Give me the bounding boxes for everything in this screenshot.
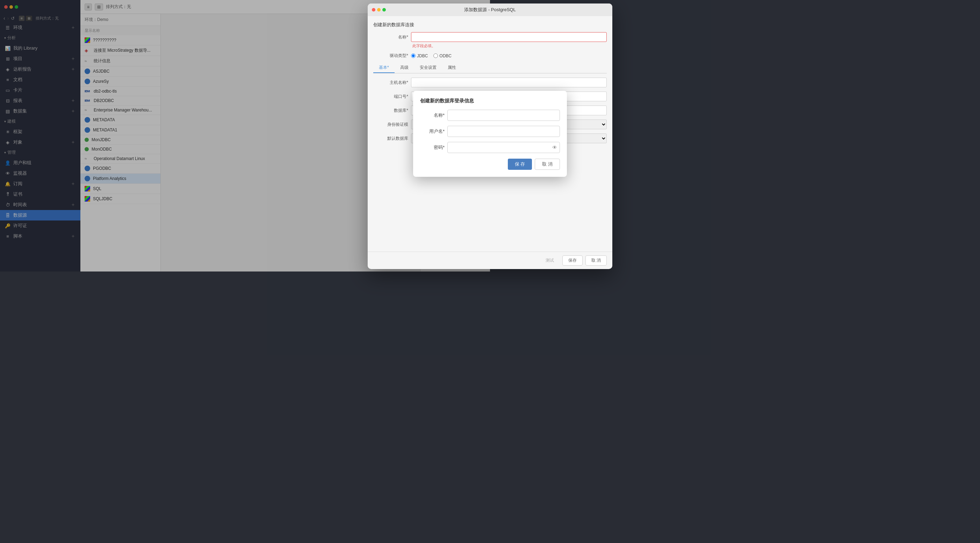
modal-section-title: 创建新的数据库连接 (373, 22, 490, 28)
modal-close[interactable] (372, 8, 375, 11)
name-error-row: 此字段必填。 (373, 43, 490, 49)
auth-label: 身份验证模 (373, 122, 408, 127)
modal-footer: 测试 保存 取 消 (368, 252, 490, 269)
name-label: 名称* (373, 34, 408, 40)
name-input[interactable] (411, 32, 490, 42)
driver-label: 驱动类型* (373, 53, 408, 59)
driver-radio-group: JDBC ODBC (411, 54, 452, 58)
tab-security[interactable]: 安全设置 (414, 63, 442, 73)
sub-username-label: 用户名* (420, 128, 445, 135)
tab-attrs[interactable]: 属性 (442, 63, 462, 73)
sub-password-label: 密码* (420, 144, 445, 151)
sub-password-row: 密码* 👁 (420, 142, 490, 153)
tab-advanced[interactable]: 高级 (395, 63, 414, 73)
host-row: 主机名称* (373, 78, 490, 87)
port-label: 端口号* (373, 94, 408, 100)
name-row: 名称* (373, 32, 490, 42)
password-wrapper: 👁 (447, 142, 490, 153)
sub-name-label: 名称* (420, 112, 445, 119)
modal-maximize[interactable] (382, 8, 386, 11)
sub-name-input[interactable] (447, 110, 490, 121)
sub-password-input[interactable] (447, 142, 490, 153)
tabs-row: 基本* 高级 安全设置 属性 (373, 63, 490, 73)
sub-modal-footer: 保 存 取 消 (420, 159, 490, 170)
host-label: 主机名称* (373, 80, 408, 86)
modal-traffic-lights (372, 8, 386, 11)
sub-username-input[interactable] (447, 126, 490, 137)
host-input[interactable] (411, 78, 490, 87)
tab-basic[interactable]: 基本* (373, 63, 395, 73)
name-error: 此字段必填。 (412, 43, 436, 49)
odbc-radio[interactable] (433, 54, 438, 58)
sub-modal: 创建新的数据库登录信息 名称* 用户名* 密码* 👁 保 存 取 消 (413, 91, 490, 177)
modal-minimize[interactable] (377, 8, 380, 11)
driver-row: 驱动类型* JDBC ODBC (373, 53, 490, 59)
jdbc-radio-label[interactable]: JDBC (411, 54, 428, 58)
sub-username-row: 用户名* (420, 126, 490, 137)
sub-modal-title: 创建新的数据库登录信息 (420, 98, 490, 104)
jdbc-radio[interactable] (411, 54, 415, 58)
odbc-radio-label[interactable]: ODBC (433, 54, 452, 58)
db-label: 数据库* (373, 108, 408, 114)
default-db-label: 默认数据库 (373, 136, 408, 141)
modal-titlebar: 添加数据源 - PostgreSQL (368, 3, 490, 16)
modal-title: 添加数据源 - PostgreSQL (464, 6, 490, 13)
sub-name-row: 名称* (420, 110, 490, 121)
